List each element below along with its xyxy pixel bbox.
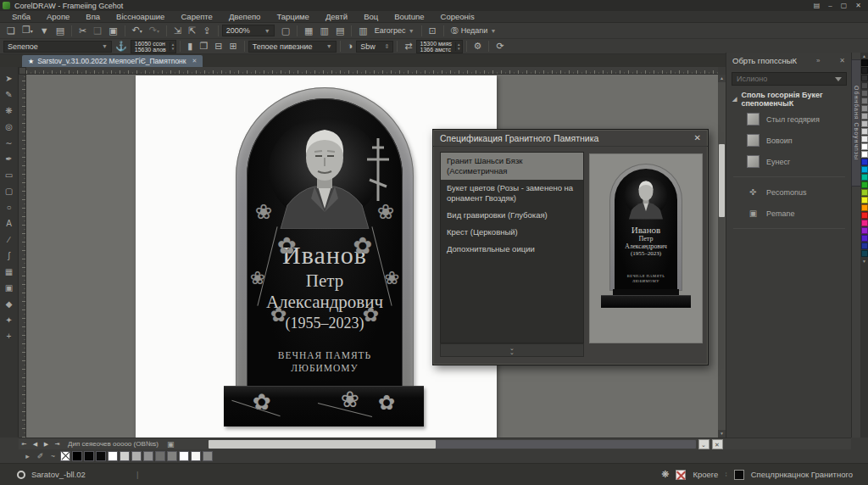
- category-dropdown[interactable]: Еагогрес ▼: [371, 26, 418, 35]
- vertical-scrollbar[interactable]: ▲ ▼: [718, 75, 726, 438]
- palette-swatch-5[interactable]: [861, 98, 868, 104]
- spec-list-item-0[interactable]: Гранит Шаньси Бязк (Ассиметричная: [441, 153, 583, 180]
- close-button[interactable]: ✕: [855, 2, 861, 9]
- rotate-icon[interactable]: ◑: [344, 39, 357, 53]
- menu-item-6[interactable]: Тарциме: [276, 12, 309, 21]
- rounded-rect-tool[interactable]: ▢: [2, 183, 17, 199]
- palette-swatch-20[interactable]: [861, 212, 868, 219]
- pick-tool[interactable]: ➤: [2, 70, 17, 86]
- doc-palette-swatch-10[interactable]: [179, 451, 189, 461]
- menu-item-1[interactable]: Аропе: [47, 12, 70, 21]
- open-document-icon[interactable]: ❒▾: [19, 23, 36, 39]
- size-spinner[interactable]: ▴▾: [455, 42, 462, 51]
- show-guides-icon[interactable]: ▤: [332, 24, 348, 38]
- menu-item-0[interactable]: Sпба: [12, 12, 31, 21]
- palette-swatch-17[interactable]: [861, 189, 868, 196]
- menu-item-5[interactable]: Двепепо: [229, 12, 261, 21]
- doc-palette-swatch-12[interactable]: [203, 451, 213, 461]
- rectangle-tool[interactable]: ▭: [2, 167, 17, 183]
- palette-swatch-7[interactable]: [861, 113, 868, 120]
- text-tool[interactable]: А: [2, 215, 17, 231]
- artistic-media-tool[interactable]: ✒: [2, 151, 17, 167]
- save-icon[interactable]: ▼: [36, 24, 53, 38]
- print-icon[interactable]: ▤: [53, 24, 68, 38]
- palette-swatch-18[interactable]: [861, 197, 868, 203]
- dialog-title-bar[interactable]: Спецификация Гранитного Памятника ✕: [433, 130, 708, 147]
- ellipse-tool[interactable]: ○: [2, 199, 17, 215]
- export-icon[interactable]: ⇱: [185, 24, 199, 38]
- palette-swatch-13[interactable]: [861, 159, 868, 165]
- position-spinner[interactable]: ▴▾: [170, 42, 176, 51]
- docker-style-item-0[interactable]: Стыл геодярия: [726, 109, 852, 130]
- fullscreen-icon[interactable]: ▢: [278, 24, 293, 38]
- angle-field[interactable]: Sbw ⇕: [356, 41, 393, 53]
- spec-list-item-4[interactable]: Допохнитвльные оиции: [441, 241, 583, 258]
- scroll-down-icon[interactable]: ▼: [718, 430, 726, 438]
- vertical-scrollbar-thumb[interactable]: [719, 144, 725, 217]
- palette-swatch-25[interactable]: [861, 250, 868, 257]
- palette-swatch-22[interactable]: [861, 227, 868, 234]
- smudge-tool[interactable]: ❋: [2, 103, 17, 119]
- mirror-icon[interactable]: ⇄: [401, 39, 415, 53]
- size-fields[interactable]: 15300 мияs 1366 амстс ▴▾: [416, 40, 463, 53]
- scroll-close-button[interactable]: ✕: [712, 439, 723, 449]
- spec-list-item-3[interactable]: Крест (Церковный): [441, 224, 583, 241]
- palette-swatch-10[interactable]: [861, 136, 868, 142]
- palette-eyedropper-icon[interactable]: ✐: [35, 452, 46, 460]
- preset-select[interactable]: Sепепое ▼: [3, 41, 112, 53]
- palette-swatch-24[interactable]: [861, 242, 868, 249]
- scroll-option-button[interactable]: ⌄: [698, 439, 709, 449]
- position-fields[interactable]: 16050 ссон 15630 алов ▴▾: [131, 40, 177, 53]
- columns-icon[interactable]: ▥: [355, 24, 370, 38]
- horizontal-scrollbar[interactable]: [209, 440, 696, 449]
- palette-swatch-0[interactable]: [861, 59, 868, 66]
- add-tool-button[interactable]: +: [2, 328, 17, 344]
- palette-swatch-16[interactable]: [861, 181, 868, 188]
- monument-base[interactable]: ✿ ❀ ✿: [224, 386, 424, 426]
- doc-palette-swatch-1[interactable]: [72, 451, 82, 461]
- eyedropper-tool[interactable]: ✦: [2, 312, 17, 328]
- fill-tool[interactable]: ◆: [2, 296, 17, 312]
- menu-item-8[interactable]: Воц: [364, 12, 378, 21]
- palette-scroll-up-icon[interactable]: ▲: [862, 53, 866, 59]
- zoom-level-select[interactable]: 2000% ▼: [222, 25, 275, 36]
- dialog-close-button[interactable]: ✕: [694, 133, 701, 142]
- palette-swatch-11[interactable]: [861, 143, 868, 150]
- previous-page-button[interactable]: ◀: [30, 441, 41, 448]
- menu-item-4[interactable]: Сарепте: [181, 12, 213, 21]
- redo-icon[interactable]: ↷▾: [146, 23, 163, 39]
- menu-item-10[interactable]: Сореонis: [441, 12, 475, 21]
- vertical-ruler[interactable]: [19, 75, 26, 438]
- doc-palette-swatch-2[interactable]: [84, 451, 94, 461]
- undo-icon[interactable]: ↶▾: [129, 23, 146, 39]
- powerclip-tool[interactable]: ▣: [2, 280, 17, 296]
- doc-palette-swatch-5[interactable]: [120, 451, 130, 461]
- new-document-icon[interactable]: ❏: [3, 24, 19, 38]
- menu-item-2[interactable]: Впа: [86, 12, 100, 21]
- palette-swatch-1[interactable]: [861, 67, 868, 74]
- palette-swatch-2[interactable]: [861, 75, 868, 81]
- first-page-button[interactable]: ⇤: [19, 441, 30, 448]
- connector-tool[interactable]: ʃ: [2, 248, 17, 264]
- curve-tool[interactable]: ∼: [2, 135, 17, 151]
- image-frame-tool[interactable]: ▦: [2, 264, 17, 280]
- palette-swatch-19[interactable]: [861, 204, 868, 211]
- fill-color-swatch[interactable]: [734, 470, 744, 480]
- next-page-button[interactable]: ▶: [41, 441, 52, 448]
- collapse-triangle-icon[interactable]: ◢: [732, 96, 737, 103]
- document-tab[interactable]: ★ Sarstov_v.31.00.2022 МеяпоеГіЄ_Памятnо…: [22, 55, 203, 67]
- units-select[interactable]: Тепоее пивезние ▼: [248, 41, 337, 53]
- monument-stone[interactable]: Иванов Петр Александрович (1955–2023) ВЕ…: [236, 87, 414, 387]
- show-rulers-icon[interactable]: ▦: [301, 24, 316, 38]
- menu-item-3[interactable]: Віссноаршие: [116, 12, 164, 21]
- menu-item-9[interactable]: Boutune: [394, 12, 424, 21]
- horizontal-scrollbar-thumb[interactable]: [209, 440, 436, 449]
- paste-icon[interactable]: ▣: [105, 24, 120, 38]
- doc-palette-swatch-0[interactable]: [60, 451, 70, 461]
- docker-extra-item-1[interactable]: ▣Pemane: [726, 203, 852, 224]
- specification-dialog[interactable]: Спецификация Гранитного Памятника ✕ Гран…: [432, 129, 709, 365]
- filter-funnel-icon[interactable]: [835, 77, 842, 81]
- search-input[interactable]: [737, 75, 835, 83]
- docker-search-box[interactable]: [732, 72, 847, 86]
- docker-extra-item-0[interactable]: ✜Pecomonus: [726, 181, 852, 203]
